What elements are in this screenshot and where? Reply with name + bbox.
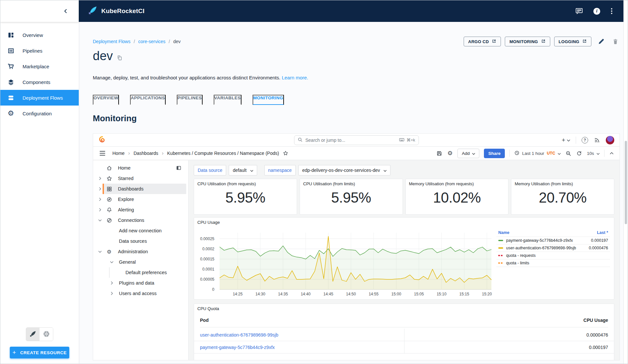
header-actions: i — [575, 7, 613, 15]
favorite-star-icon[interactable] — [283, 150, 289, 156]
grafana-nav-add-new-connection[interactable]: Add new connection — [93, 225, 188, 236]
tab-applications[interactable]: APPLICATIONS — [130, 95, 166, 105]
tab-pipelines[interactable]: PIPELINES — [177, 95, 203, 105]
delete-trash-icon[interactable] — [611, 37, 620, 46]
tab-variables[interactable]: VARIABLES — [214, 95, 241, 105]
breadcrumb-separator: / — [134, 39, 135, 44]
sidebar-item-configuration[interactable]: ⚙ Configuration — [0, 106, 79, 121]
sidebar-item-overview[interactable]: Overview — [0, 27, 79, 43]
datasource-select[interactable]: default — [229, 165, 257, 175]
quota-col-pod[interactable]: Pod — [200, 318, 208, 323]
grafana-nav-administration[interactable]: ⚙ Administration — [93, 246, 188, 257]
legend-row[interactable]: payment-gateway-5c776b44c9-z9xfx 0.00019… — [496, 237, 610, 244]
grafana-nav-starred[interactable]: Starred — [93, 173, 188, 184]
grafana-nav-default-preferences[interactable]: Default preferences — [93, 267, 188, 278]
legend-row[interactable]: user-authentication-6767989698-99sjb 0.0… — [496, 244, 610, 252]
scrollbar-thumb[interactable] — [625, 141, 627, 224]
legend-name-header[interactable]: Name — [498, 230, 509, 235]
cluster-toggle — [26, 327, 53, 341]
grafana-nav-explore[interactable]: Explore — [93, 194, 188, 205]
dock-panel-icon[interactable] — [176, 165, 181, 171]
grafana-logo-icon[interactable] — [98, 136, 107, 144]
tab-overview[interactable]: OVERVIEW — [93, 95, 119, 105]
new-dropdown-button[interactable]: + — [562, 137, 570, 143]
chevron-down-icon[interactable] — [109, 261, 114, 264]
grafana-nav-home[interactable]: Home — [93, 163, 188, 173]
namespace-label[interactable]: namespace — [264, 165, 296, 175]
grafana-breadcrumb-home[interactable]: Home — [112, 151, 124, 156]
time-range-picker[interactable]: Last 1 hour UTC — [514, 150, 561, 157]
sidebar-item-label: Overview — [23, 32, 43, 38]
share-button[interactable]: Share — [484, 149, 505, 158]
grafana-nav-connections[interactable]: Connections — [93, 215, 188, 225]
dashboard-settings-gear-icon[interactable]: ⚙ — [447, 150, 453, 157]
chevron-down-icon[interactable] — [97, 219, 103, 222]
kubernetes-toggle-button[interactable] — [40, 328, 53, 341]
pod-link[interactable]: user-authentication-6767989698-99sjb — [200, 332, 278, 338]
zoom-out-icon[interactable] — [565, 150, 571, 157]
monitoring-button[interactable]: MONITORING — [505, 37, 550, 46]
legend-row[interactable]: quota - limits — [496, 259, 610, 267]
sidebar-collapse-icon[interactable] — [63, 8, 68, 14]
breadcrumb-deployment-flows[interactable]: Deployment Flows — [93, 39, 130, 44]
grafana-breadcrumb-dashboard-title[interactable]: Kubernetes / Compute Resources / Namespa… — [167, 151, 279, 156]
grafana-toolbar-actions: ⚙ Add Share Last 1 hour UTC — [436, 149, 614, 158]
grafana-nav-users-and-access[interactable]: Users and access — [93, 288, 188, 299]
stat-value: 20.70% — [511, 190, 614, 206]
rocket-feather-toggle-button[interactable] — [26, 328, 40, 341]
star-icon — [106, 176, 112, 181]
stat-memory-requests: Memory Utilisation (from requests) 10.02… — [405, 179, 509, 215]
save-icon[interactable] — [436, 150, 442, 157]
collapse-chevron-up-icon[interactable] — [609, 151, 614, 156]
grafana-breadcrumb-dashboards[interactable]: Dashboards — [134, 151, 158, 156]
sidebar-item-marketplace[interactable]: Marketplace — [0, 58, 79, 74]
grafana-nav-dashboards[interactable]: Dashboards — [93, 184, 188, 194]
learn-more-link[interactable]: Learn more. — [282, 75, 308, 80]
grafana-nav-alerting[interactable]: Alerting — [93, 205, 188, 215]
edit-pencil-icon[interactable] — [597, 37, 606, 46]
namespace-select[interactable]: edp-delivery-os-dev-core-services-dev — [298, 165, 390, 175]
compass-icon — [106, 197, 112, 202]
legend-row[interactable]: quota - requests — [496, 252, 610, 259]
grafana-nav-data-sources[interactable]: Data sources — [93, 236, 188, 246]
grafana-nav-plugins-and-data[interactable]: Plugins and data — [93, 278, 188, 288]
refresh-interval-picker[interactable]: 10s — [587, 151, 600, 156]
chevron-right-icon[interactable] — [97, 187, 103, 190]
logging-button[interactable]: LOGGING — [554, 37, 592, 46]
sidebar-item-components[interactable]: Components — [0, 74, 79, 90]
feedback-chat-icon[interactable] — [575, 7, 584, 15]
quota-col-usage[interactable]: CPU Usage — [584, 318, 608, 323]
sidebar-item-pipelines[interactable]: Pipelines — [0, 43, 79, 58]
chevron-right-icon[interactable] — [109, 292, 114, 295]
grafana-dashboard: Data source default namespace edp-delive… — [189, 160, 620, 360]
grafana-topbar-actions: + ? — [562, 136, 614, 144]
pod-link[interactable]: payment-gateway-5c776b44c9-z9xfx — [200, 345, 275, 350]
chevron-down-icon[interactable] — [97, 250, 103, 253]
chevron-right-icon[interactable] — [109, 281, 114, 285]
argo-cd-button[interactable]: ARGO CD — [464, 37, 501, 46]
series-name: user-authentication-6767989698-99sjb — [506, 246, 576, 250]
user-avatar[interactable] — [606, 136, 614, 144]
grafana-toolbar: Home › Dashboards › Kubernetes / Compute… — [93, 147, 620, 160]
news-rss-icon[interactable] — [594, 137, 600, 143]
chevron-right-icon[interactable] — [97, 208, 103, 211]
copy-icon[interactable] — [117, 55, 122, 60]
info-icon[interactable]: i — [593, 7, 601, 15]
sidebar-item-deployment-flows[interactable]: Deployment Flows — [0, 90, 79, 106]
plug-icon — [106, 218, 112, 223]
kebab-menu-icon[interactable] — [610, 7, 613, 15]
hamburger-menu-icon[interactable] — [98, 150, 107, 157]
help-icon[interactable]: ? — [582, 137, 588, 143]
refresh-icon[interactable] — [576, 150, 582, 157]
breadcrumb-core-services[interactable]: core-services — [138, 39, 165, 44]
chevron-right-icon[interactable] — [97, 177, 103, 180]
grafana-nav-general[interactable]: General — [93, 257, 188, 267]
legend-last-header[interactable]: Last * — [597, 230, 608, 235]
datasource-label[interactable]: Data source — [194, 165, 226, 175]
create-resource-button[interactable]: + CREATE RESOURCE — [10, 347, 69, 358]
flows-icon — [7, 94, 15, 102]
chevron-right-icon[interactable] — [97, 198, 103, 201]
grafana-search-input[interactable]: Search or jump to... ⌘+k — [294, 135, 419, 145]
tab-monitoring[interactable]: MONITORING — [253, 95, 284, 105]
add-panel-button[interactable]: Add — [457, 149, 479, 158]
